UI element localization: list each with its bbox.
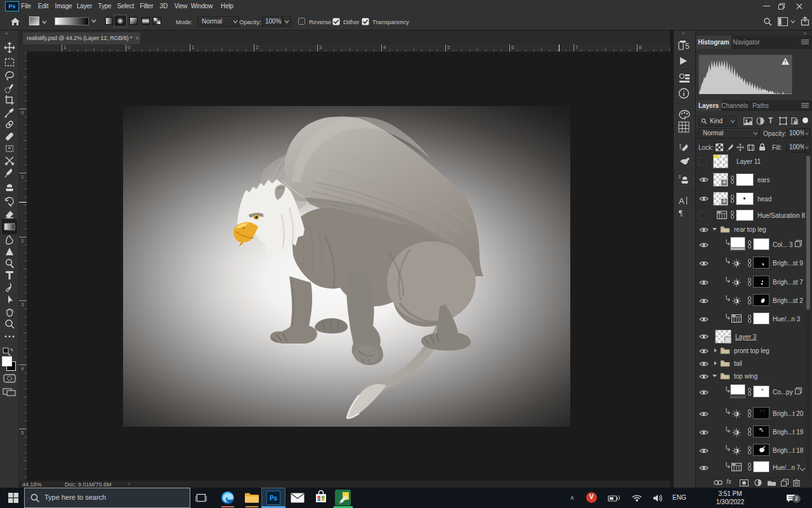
svg-text:A: A	[679, 196, 684, 206]
svg-text:5: 5	[685, 42, 690, 51]
svg-text:¶: ¶	[679, 208, 683, 217]
